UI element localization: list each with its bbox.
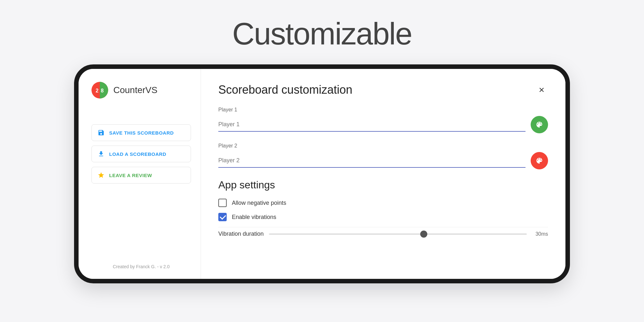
player2-color-button[interactable]: [531, 152, 548, 169]
palette-icon-2: [535, 157, 543, 165]
vibration-duration-label: Vibration duration: [218, 231, 264, 237]
vibration-slider-track: [269, 233, 527, 235]
player1-color-button[interactable]: [531, 116, 548, 133]
player2-section: Player 2: [218, 143, 548, 169]
logo-icon: 2 8: [91, 82, 108, 99]
right-panel: Scoreboard customization × Player 1 Play…: [201, 69, 565, 279]
settings-title: App settings: [218, 179, 548, 191]
star-icon: [98, 172, 105, 179]
player2-input[interactable]: [218, 154, 526, 168]
logo-text: CounterVS: [113, 85, 157, 95]
player2-label: Player 2: [218, 143, 548, 149]
player1-input[interactable]: [218, 118, 526, 132]
enable-vibrations-label: Enable vibrations: [232, 214, 276, 221]
page-title: Customizable: [232, 16, 412, 52]
allow-negative-checkbox[interactable]: [218, 199, 227, 207]
save-scoreboard-label: SAVE THIS SCOREBOARD: [109, 130, 174, 136]
save-scoreboard-button[interactable]: SAVE THIS SCOREBOARD: [91, 124, 191, 141]
player2-field-row: [218, 152, 548, 169]
palette-icon: [535, 121, 543, 128]
player1-label: Player 1: [218, 107, 548, 113]
load-icon: [98, 150, 105, 157]
menu-buttons: SAVE THIS SCOREBOARD LOAD A SCOREBOARD L…: [91, 124, 191, 184]
enable-vibrations-row: Enable vibrations: [218, 213, 548, 221]
left-panel: 2 8 CounterVS SAVE THIS SCOREBOARD LOAD …: [79, 69, 201, 279]
created-by-text: Created by Franck G. - v 2.0: [91, 254, 191, 269]
vibration-slider-thumb[interactable]: [420, 231, 427, 238]
svg-text:8: 8: [101, 88, 104, 93]
vibration-duration-value: 30ms: [532, 231, 548, 237]
player1-field-row: [218, 116, 548, 133]
save-icon: [98, 129, 105, 136]
vibration-duration-row: Vibration duration 30ms: [218, 227, 548, 237]
allow-negative-label: Allow negative points: [232, 200, 286, 206]
close-button[interactable]: ×: [535, 83, 548, 96]
load-scoreboard-label: LOAD A SCOREBOARD: [109, 151, 166, 157]
modal-title: Scoreboard customization: [218, 83, 352, 97]
device-frame: 2 8 CounterVS SAVE THIS SCOREBOARD LOAD …: [74, 64, 570, 283]
leave-review-label: LEAVE A REVIEW: [109, 173, 152, 178]
enable-vibrations-checkbox[interactable]: [218, 213, 227, 221]
allow-negative-row: Allow negative points: [218, 199, 548, 207]
player1-section: Player 1: [218, 107, 548, 133]
settings-list: Allow negative points Enable vibrations …: [218, 199, 548, 237]
svg-text:2: 2: [96, 88, 99, 93]
modal-header: Scoreboard customization ×: [218, 83, 548, 97]
leave-review-button[interactable]: LEAVE A REVIEW: [91, 167, 191, 184]
logo-area: 2 8 CounterVS: [91, 82, 157, 99]
load-scoreboard-button[interactable]: LOAD A SCOREBOARD: [91, 146, 191, 162]
